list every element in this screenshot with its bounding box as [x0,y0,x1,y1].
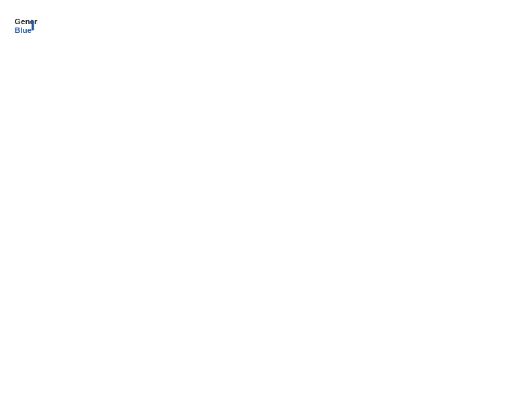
logo: General Blue [13,13,38,38]
svg-text:General: General [15,17,38,26]
page-header: General Blue [13,13,519,38]
svg-text:Blue: Blue [15,26,32,34]
logo-icon: General Blue [13,13,38,38]
